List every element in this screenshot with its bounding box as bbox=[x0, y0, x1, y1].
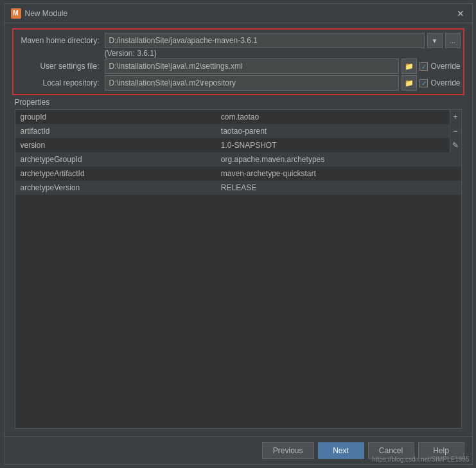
maven-version-text: (Version: 3.6.1) bbox=[105, 49, 157, 58]
property-value: RELEASE bbox=[216, 181, 461, 195]
dialog-content: Maven home directory: ▼ … (Version: 3.6.… bbox=[4, 23, 472, 437]
property-key: groupId bbox=[15, 110, 216, 124]
user-settings-override-label[interactable]: Override bbox=[430, 62, 460, 71]
table-row: artifactId taotao-parent bbox=[15, 124, 461, 138]
local-repo-override-group: ✓ Override bbox=[419, 78, 460, 87]
table-row: version 1.0-SNAPSHOT bbox=[15, 138, 461, 152]
table-toolbar: + − ✎ bbox=[450, 110, 461, 152]
table-row: archetypeGroupId org.apache.maven.archet… bbox=[15, 152, 461, 166]
property-value: com.taotao bbox=[216, 110, 461, 124]
property-key: archetypeVersion bbox=[15, 181, 216, 195]
edit-property-button[interactable]: ✎ bbox=[450, 138, 461, 152]
properties-label: Properties bbox=[15, 98, 462, 107]
user-settings-label: User settings file: bbox=[16, 62, 100, 71]
highlighted-maven-section: Maven home directory: ▼ … (Version: 3.6.… bbox=[12, 28, 464, 95]
remove-property-button[interactable]: − bbox=[450, 124, 461, 138]
maven-home-dropdown-button[interactable]: ▼ bbox=[427, 33, 443, 48]
table-row: archetypeVersion RELEASE bbox=[15, 181, 461, 195]
maven-home-label: Maven home directory: bbox=[16, 36, 100, 45]
local-repo-override-label[interactable]: Override bbox=[430, 78, 460, 87]
property-value: maven-archetype-quickstart bbox=[216, 166, 461, 181]
maven-version-row: (Version: 3.6.1) bbox=[16, 49, 461, 58]
local-repo-label: Local repository: bbox=[16, 78, 100, 87]
property-key: version bbox=[15, 138, 216, 152]
watermark: https://blog.csdn.net/SIMPLE1995 bbox=[372, 456, 469, 463]
next-button[interactable]: Next bbox=[318, 442, 364, 459]
titlebar-left: M New Module bbox=[11, 8, 68, 19]
table-row: groupId com.taotao bbox=[15, 110, 461, 124]
property-value: org.apache.maven.archetypes bbox=[216, 152, 461, 166]
local-repo-browse-button[interactable]: 📁 bbox=[401, 75, 417, 91]
user-settings-browse-button[interactable]: 📁 bbox=[401, 59, 417, 74]
table-row: archetypeArtifactId maven-archetype-quic… bbox=[15, 166, 461, 181]
property-key: artifactId bbox=[15, 124, 216, 138]
new-module-dialog: M New Module ✕ Maven home directory: ▼ …… bbox=[4, 3, 473, 465]
properties-table: groupId com.taotao artifactId taotao-par… bbox=[15, 110, 461, 195]
local-repo-input-group: 📁 ✓ Override bbox=[105, 75, 461, 91]
maven-home-input-group: ▼ … bbox=[105, 33, 461, 48]
user-settings-row: User settings file: 📁 ✓ Override bbox=[16, 58, 461, 75]
previous-button[interactable]: Previous bbox=[262, 442, 314, 459]
user-settings-override-group: ✓ Override bbox=[419, 62, 460, 71]
close-button[interactable]: ✕ bbox=[455, 8, 466, 19]
properties-table-container: groupId com.taotao artifactId taotao-par… bbox=[15, 109, 462, 429]
property-key: archetypeGroupId bbox=[15, 152, 216, 166]
user-settings-input-group: 📁 ✓ Override bbox=[105, 59, 461, 74]
local-repo-row: Local repository: 📁 ✓ Override bbox=[16, 75, 461, 91]
property-value: taotao-parent bbox=[216, 124, 461, 138]
local-repo-input[interactable] bbox=[105, 75, 400, 91]
maven-home-row: Maven home directory: ▼ … bbox=[16, 32, 461, 49]
titlebar: M New Module ✕ bbox=[4, 4, 472, 23]
maven-home-browse-button[interactable]: … bbox=[445, 33, 461, 48]
properties-section: Properties groupId com.taotao artifactId… bbox=[15, 98, 462, 429]
user-settings-override-checkbox[interactable]: ✓ bbox=[419, 62, 428, 71]
maven-home-input[interactable] bbox=[105, 33, 425, 48]
local-repo-override-checkbox[interactable]: ✓ bbox=[419, 79, 428, 87]
dialog-title: New Module bbox=[25, 9, 68, 18]
property-value: 1.0-SNAPSHOT bbox=[216, 138, 461, 152]
dialog-icon: M bbox=[11, 8, 21, 19]
add-property-button[interactable]: + bbox=[450, 110, 461, 124]
user-settings-input[interactable] bbox=[105, 59, 400, 74]
property-key: archetypeArtifactId bbox=[15, 166, 216, 181]
